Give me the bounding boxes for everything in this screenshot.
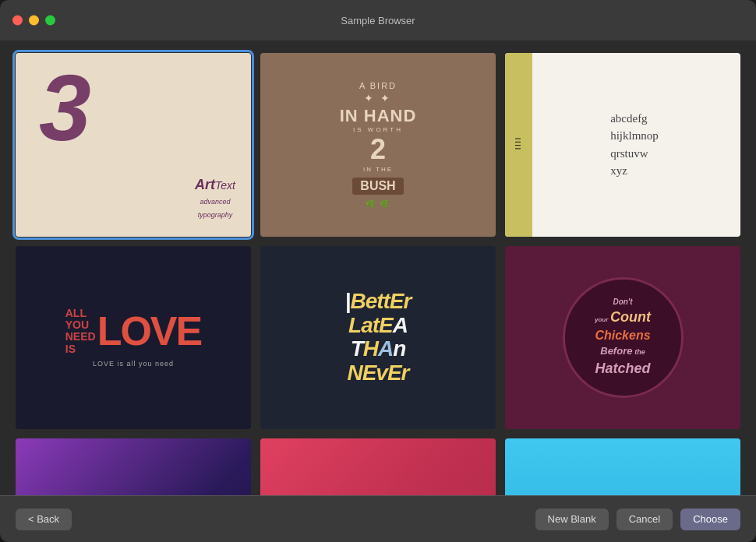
- thumbnail-7[interactable]: [16, 438, 251, 495]
- thumb-1-text: ArtText advanced typography: [195, 175, 235, 221]
- thumb-2-2: 2: [370, 133, 386, 166]
- new-blank-button[interactable]: New Blank: [535, 509, 609, 530]
- thumbnail-3[interactable]: |||| abcdefg hijklmnop qrstuvw xyz: [505, 53, 740, 237]
- back-button[interactable]: < Back: [16, 509, 72, 530]
- thumbnail-8[interactable]: [260, 438, 496, 495]
- thumbnail-9[interactable]: [505, 438, 740, 495]
- thumb-2-in-the: IN THE: [363, 166, 393, 173]
- thumb-5-text: |BettEr LatEA THAn NEvEr: [345, 290, 412, 385]
- thumbnail-5[interactable]: |BettEr LatEA THAn NEvEr: [260, 246, 496, 430]
- sample-browser-window: Sample Browser 3 ArtText advanced typogr…: [0, 0, 756, 542]
- action-buttons: New Blank Cancel Choose: [535, 509, 740, 530]
- thumb-1-number: 3: [39, 61, 91, 154]
- thumbnail-6[interactable]: Don't your Count Chickens Before the Hat…: [505, 246, 740, 430]
- bottom-bar: < Back New Blank Cancel Choose: [0, 495, 756, 542]
- minimize-button[interactable]: [29, 16, 39, 26]
- window-title: Sample Browser: [341, 15, 415, 26]
- thumb-3-accent-bar: ||||: [505, 53, 532, 237]
- thumb-2-a-bird: A BIRD: [359, 81, 397, 90]
- thumb-2-bush: BUSH: [352, 178, 403, 195]
- thumb-2-ornament: 🌿 🌿: [366, 199, 391, 208]
- thumb-2-deco: ✦ ✦: [364, 92, 393, 104]
- thumb-4-love-text: ALLYOUNEEDIS LOVE: [65, 308, 201, 356]
- thumbnail-2[interactable]: A BIRD ✦ ✦ IN HAND IS WORTH 2 IN THE BUS…: [260, 53, 496, 237]
- title-bar: Sample Browser: [0, 0, 756, 40]
- thumbnail-grid: 3 ArtText advanced typography A BIRD ✦ ✦…: [16, 53, 740, 495]
- maximize-button[interactable]: [45, 16, 55, 26]
- cancel-button[interactable]: Cancel: [616, 509, 673, 530]
- thumb-6-circle: Don't your Count Chickens Before the Hat…: [563, 277, 684, 398]
- thumbnail-1[interactable]: 3 ArtText advanced typography: [16, 53, 251, 237]
- content-area: 3 ArtText advanced typography A BIRD ✦ ✦…: [0, 40, 756, 495]
- window-controls: [12, 16, 55, 26]
- thumb-4-subtitle: LOVE is all you need: [93, 360, 174, 368]
- thumb-2-in-hand: IN HAND: [340, 106, 417, 126]
- thumb-3-letters: abcdefg hijklmnop qrstuvw xyz: [579, 110, 666, 180]
- thumb-2-is-worth: IS WORTH: [353, 126, 403, 133]
- thumbnail-4[interactable]: ALLYOUNEEDIS LOVE LOVE is all you need: [16, 246, 251, 430]
- choose-button[interactable]: Choose: [680, 509, 740, 530]
- close-button[interactable]: [12, 16, 23, 26]
